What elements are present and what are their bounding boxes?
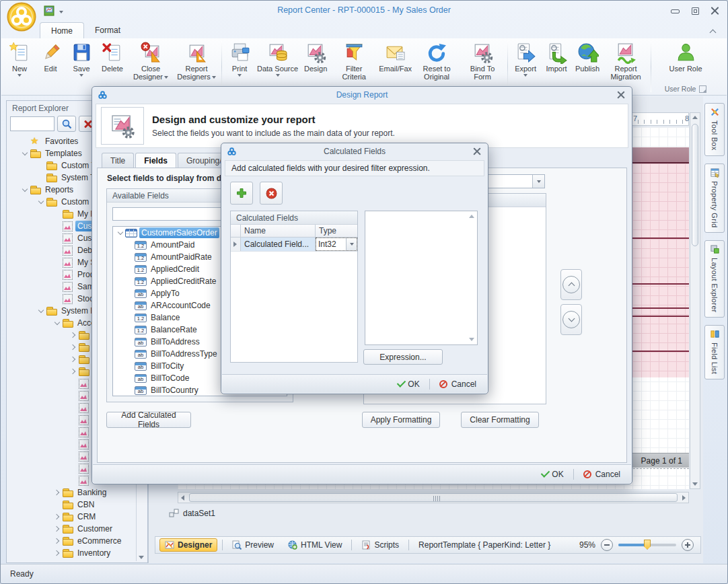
dialog-titlebar[interactable]: Calculated Fields xyxy=(221,143,488,159)
new-button[interactable]: New xyxy=(4,40,35,77)
clear-formatting-button[interactable]: Clear Formatting xyxy=(461,412,539,428)
tree-expander-icon[interactable] xyxy=(69,367,78,376)
tree-expander-icon[interactable] xyxy=(69,355,78,364)
apply-formatting-button[interactable]: Apply Formatting xyxy=(362,412,440,428)
save-button[interactable]: Save xyxy=(66,40,97,77)
dialog-launcher-icon[interactable] xyxy=(699,85,706,93)
publish-button[interactable]: Publish xyxy=(572,40,603,73)
zoom-out-button[interactable] xyxy=(601,539,613,551)
scroll-up-icon[interactable] xyxy=(469,215,474,218)
zoom-in-button[interactable] xyxy=(682,539,694,551)
tree-expander-icon[interactable] xyxy=(20,185,30,194)
zoom-slider-thumb[interactable] xyxy=(644,540,651,550)
scrollbar-thumb[interactable] xyxy=(189,493,678,502)
scroll-down-icon[interactable] xyxy=(692,482,698,486)
tab-title[interactable]: Title xyxy=(102,153,134,168)
scroll-down-icon[interactable] xyxy=(139,556,144,559)
tab-home[interactable]: Home xyxy=(40,22,84,38)
import-button[interactable]: Import xyxy=(541,40,572,73)
edit-button[interactable]: Edit xyxy=(35,40,66,73)
move-down-button[interactable] xyxy=(560,304,582,335)
ribbon-collapse-icon[interactable] xyxy=(711,28,715,37)
filter-criteria-button[interactable]: Filter Criteria xyxy=(331,40,377,81)
add-field-button[interactable] xyxy=(230,182,253,205)
field-expander-icon[interactable] xyxy=(116,228,125,238)
ok-button[interactable]: OK xyxy=(539,468,567,481)
tree-expander-icon[interactable] xyxy=(52,524,62,534)
tree-item[interactable]: CRM xyxy=(7,511,147,523)
bind-to-form-button[interactable]: Bind To Form xyxy=(460,40,505,81)
explorer-search-input[interactable] xyxy=(10,116,54,131)
add-calculated-fields-button[interactable]: Add Calculated Fields xyxy=(106,412,191,428)
restore-button[interactable] xyxy=(690,7,700,15)
move-up-button[interactable] xyxy=(560,269,582,300)
tree-expander-icon[interactable] xyxy=(36,306,46,316)
email-fax-button[interactable]: Email/Fax xyxy=(377,40,414,73)
type-column-header[interactable]: Type xyxy=(316,225,357,237)
dialog-close-icon[interactable] xyxy=(472,147,482,157)
tree-expander-icon[interactable] xyxy=(52,512,62,521)
quick-access-caret-icon[interactable] xyxy=(59,11,63,13)
quick-access-toolbar[interactable] xyxy=(44,5,63,18)
name-column-header[interactable]: Name xyxy=(241,225,316,237)
combo-dropdown-icon[interactable] xyxy=(532,175,544,188)
tree-item[interactable]: eCommerce xyxy=(7,535,147,547)
scroll-right-icon[interactable] xyxy=(682,495,686,501)
tree-expander-icon[interactable] xyxy=(52,548,62,558)
grid-row[interactable]: Calculated Field... Int32 xyxy=(231,238,357,252)
tab-fields[interactable]: Fields xyxy=(135,153,176,168)
quick-access-icon[interactable] xyxy=(44,5,54,18)
close-designer-button[interactable]: Close Designer xyxy=(128,40,174,81)
canvas-vertical-scrollbar[interactable] xyxy=(690,112,700,489)
scroll-down-icon[interactable] xyxy=(469,338,474,341)
report-migration-button[interactable]: Report Migration xyxy=(603,40,649,81)
tab-tool-box[interactable]: Tool Box xyxy=(704,103,725,156)
tree-expander-icon[interactable] xyxy=(52,318,62,328)
delete-field-button[interactable] xyxy=(260,182,283,205)
dataset-item[interactable]: dataSet1 xyxy=(169,508,215,518)
export-button[interactable]: Export xyxy=(510,40,541,77)
field-name-cell[interactable]: Calculated Field... xyxy=(241,238,316,251)
preview-view-button[interactable]: Preview xyxy=(227,539,279,551)
scripts-view-button[interactable]: Scripts xyxy=(357,539,404,551)
scroll-left-icon[interactable] xyxy=(181,495,184,501)
tree-expander-icon[interactable] xyxy=(20,149,30,158)
minimize-button[interactable] xyxy=(670,7,680,15)
explorer-search-button[interactable] xyxy=(57,116,76,132)
close-button[interactable] xyxy=(711,6,719,15)
design-button[interactable]: Design xyxy=(300,40,331,73)
tree-expander-icon[interactable] xyxy=(69,342,78,352)
tree-item[interactable]: Banking xyxy=(7,486,147,499)
type-dropdown-icon[interactable] xyxy=(346,238,357,250)
cancel-button[interactable]: Cancel xyxy=(579,468,624,481)
tree-expander-icon[interactable] xyxy=(36,197,46,207)
tree-expander-icon[interactable] xyxy=(69,330,78,340)
tab-field-list[interactable]: Field List xyxy=(704,325,725,379)
ok-button[interactable]: OK xyxy=(395,377,423,391)
canvas-horizontal-scrollbar[interactable] xyxy=(178,492,689,503)
zoom-slider[interactable] xyxy=(618,544,676,546)
report-designers-button[interactable]: Report Designers xyxy=(174,40,219,81)
dialog-close-icon[interactable] xyxy=(616,90,626,100)
expression-button[interactable]: Expression... xyxy=(363,349,443,365)
tab-property-grid[interactable]: Property Grid xyxy=(704,163,725,233)
html-view-button[interactable]: HTML View xyxy=(283,539,347,551)
tree-item[interactable]: Inventory xyxy=(7,547,147,559)
cancel-button[interactable]: Cancel xyxy=(435,377,480,391)
tab-format[interactable]: Format xyxy=(84,22,131,38)
scrollbar-thumb[interactable] xyxy=(692,124,698,246)
dialog-titlebar[interactable]: Design Report xyxy=(92,87,632,103)
field-type-cell[interactable]: Int32 xyxy=(316,238,357,251)
tree-expander-icon[interactable] xyxy=(52,536,62,546)
tab-layout-explorer[interactable]: Layout Explorer xyxy=(704,240,725,318)
tree-item[interactable]: Customer xyxy=(7,523,147,535)
tree-item[interactable]: CBN xyxy=(7,499,147,511)
expression-preview-list[interactable] xyxy=(365,211,478,345)
reset-to-original-button[interactable]: Reset to Original xyxy=(414,40,460,81)
user-role-button[interactable]: User Role xyxy=(667,40,704,73)
scroll-up-icon[interactable] xyxy=(692,116,698,119)
designer-view-button[interactable]: Designer xyxy=(159,538,217,552)
data-source-button[interactable]: Data Source xyxy=(255,40,300,77)
print-button[interactable]: Print xyxy=(224,40,255,77)
tree-expander-icon[interactable] xyxy=(52,488,62,497)
